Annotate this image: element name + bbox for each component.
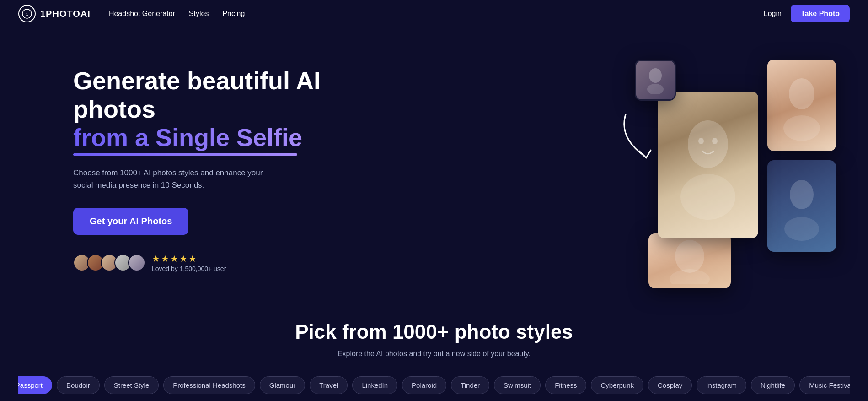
hero-title-line1: Generate beautiful AI photos	[73, 67, 321, 123]
style-tag-glamour[interactable]: Glamour	[260, 376, 305, 394]
rating-info: ★★★★★ Loved by 1,500,000+ user	[152, 253, 226, 272]
svg-point-8	[789, 78, 814, 109]
style-tag-polaroid[interactable]: Polaroid	[402, 376, 446, 394]
hero-left: Generate beautiful AI photos from a Sing…	[73, 66, 329, 273]
nav-right: Login Take Photo	[764, 5, 850, 22]
style-tag-linkedin[interactable]: LinkedIn	[352, 376, 397, 394]
svg-point-13	[670, 269, 710, 284]
style-tag-cosplay[interactable]: Cosplay	[648, 376, 692, 394]
hero-title: Generate beautiful AI photos from a Sing…	[73, 66, 329, 156]
hero-images	[612, 55, 850, 284]
navbar: 1 1PHOTOAI Headshot Generator Styles Pri…	[0, 0, 868, 27]
social-proof: ★★★★★ Loved by 1,500,000+ user	[73, 253, 329, 272]
stars: ★★★★★	[152, 253, 226, 264]
svg-point-9	[783, 115, 820, 141]
svg-point-2	[649, 68, 662, 83]
nav-left: 1 1PHOTOAI Headshot Generator Styles Pri…	[18, 5, 245, 22]
arrow-icon	[616, 110, 662, 165]
nav-link-styles[interactable]: Styles	[189, 10, 209, 17]
style-tag-swimsuit[interactable]: Swimsuit	[494, 376, 541, 394]
svg-point-4	[688, 120, 728, 168]
photo-card-right-top	[767, 60, 836, 151]
photo-card-right-bottom	[767, 160, 836, 252]
login-button[interactable]: Login	[764, 10, 782, 18]
logo-icon: 1	[18, 5, 36, 22]
hero-title-line2: from a Single Selfie	[73, 124, 302, 151]
style-tag-fitness[interactable]: Fitness	[545, 376, 586, 394]
avatars	[73, 254, 145, 271]
style-tag-travel[interactable]: Travel	[310, 376, 348, 394]
svg-point-7	[712, 138, 718, 144]
svg-point-5	[680, 174, 735, 220]
pick-section: Pick from 1000+ photo styles Explore the…	[0, 302, 868, 401]
photo-card-small	[635, 60, 676, 101]
style-tag-instagram[interactable]: Instagram	[697, 376, 746, 394]
take-photo-button[interactable]: Take Photo	[791, 5, 850, 22]
svg-point-6	[698, 138, 704, 144]
photo-card-bottom	[648, 233, 731, 288]
avatar	[128, 254, 145, 271]
style-tag-passport[interactable]: Passport	[18, 376, 52, 394]
cta-button[interactable]: Get your AI Photos	[73, 208, 188, 235]
hero-underline	[73, 153, 297, 156]
photo-card-main	[658, 92, 758, 238]
style-tag-tinder[interactable]: Tinder	[451, 376, 489, 394]
hero-section: Generate beautiful AI photos from a Sing…	[0, 27, 868, 302]
nav-links: Headshot Generator Styles Pricing	[109, 10, 245, 18]
logo-text: 1PHOTOAI	[40, 9, 91, 19]
style-tag-nightlife[interactable]: Nightlife	[751, 376, 795, 394]
loved-text: Loved by 1,500,000+ user	[152, 265, 226, 272]
pick-subtitle: Explore the AI photos and try out a new …	[18, 350, 850, 358]
nav-link-pricing[interactable]: Pricing	[222, 10, 245, 17]
nav-link-headshot-generator[interactable]: Headshot Generator	[109, 10, 175, 17]
style-tag-boudoir[interactable]: Boudoir	[57, 376, 100, 394]
style-tag-music-festival[interactable]: Music Festival	[799, 376, 850, 394]
svg-point-3	[647, 84, 664, 94]
hero-subtitle: Choose from 1000+ AI photos styles and e…	[73, 167, 274, 191]
svg-point-11	[784, 217, 819, 241]
logo-link[interactable]: 1 1PHOTOAI	[18, 5, 91, 22]
style-tag-professional-headshots[interactable]: Professional Headshots	[163, 376, 255, 394]
style-tag-street-style[interactable]: Street Style	[104, 376, 159, 394]
svg-point-12	[675, 240, 704, 273]
svg-point-10	[790, 180, 814, 209]
style-tags: PassportBoudoirStreet StyleProfessional …	[18, 372, 850, 399]
svg-text:1: 1	[26, 12, 28, 16]
style-tag-cyberpunk[interactable]: Cyberpunk	[591, 376, 643, 394]
pick-title: Pick from 1000+ photo styles	[18, 320, 850, 343]
